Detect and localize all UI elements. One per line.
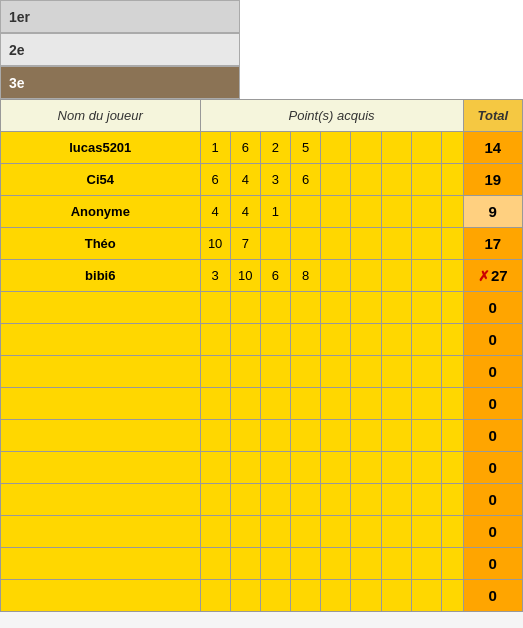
empty-name: [1, 548, 201, 580]
empty-name: [1, 356, 201, 388]
empty-point: [291, 420, 321, 452]
empty-point: [321, 516, 351, 548]
th-points: Point(s) acquis: [200, 100, 463, 132]
player-name: Ci54: [1, 164, 201, 196]
empty-point: [291, 580, 321, 612]
empty-point: [442, 324, 464, 356]
player-row: Théo10717: [1, 228, 523, 260]
player-point: [321, 164, 351, 196]
empty-point: [321, 292, 351, 324]
empty-total: 0: [463, 356, 522, 388]
empty-row: 0: [1, 420, 523, 452]
player-total: 9: [463, 196, 522, 228]
empty-point: [411, 324, 441, 356]
empty-point: [321, 548, 351, 580]
player-point: [321, 260, 351, 292]
empty-point: [260, 548, 290, 580]
empty-total: 0: [463, 516, 522, 548]
rank-1-row: 1er: [0, 0, 240, 33]
empty-point: [442, 292, 464, 324]
player-point: [291, 228, 321, 260]
rank-1-label: 1er: [9, 9, 30, 25]
empty-point: [351, 420, 381, 452]
empty-point: [230, 580, 260, 612]
empty-point: [291, 548, 321, 580]
empty-name: [1, 420, 201, 452]
player-point: 6: [291, 164, 321, 196]
player-point: [381, 228, 411, 260]
empty-total: 0: [463, 324, 522, 356]
player-point: 7: [230, 228, 260, 260]
empty-point: [411, 388, 441, 420]
empty-point: [200, 420, 230, 452]
empty-point: [200, 580, 230, 612]
empty-point: [351, 292, 381, 324]
empty-name: [1, 388, 201, 420]
player-point: [351, 132, 381, 164]
empty-point: [351, 580, 381, 612]
player-point: 2: [260, 132, 290, 164]
empty-point: [230, 324, 260, 356]
player-point: [260, 228, 290, 260]
player-name: Théo: [1, 228, 201, 260]
player-point: [351, 228, 381, 260]
player-row: Anonyme4419: [1, 196, 523, 228]
empty-point: [321, 580, 351, 612]
empty-total: 0: [463, 292, 522, 324]
empty-point: [381, 356, 411, 388]
player-point: [381, 132, 411, 164]
empty-point: [442, 452, 464, 484]
empty-point: [200, 388, 230, 420]
empty-row: 0: [1, 324, 523, 356]
player-point: [442, 132, 464, 164]
empty-row: 0: [1, 356, 523, 388]
player-name: lucas5201: [1, 132, 201, 164]
player-point: [442, 196, 464, 228]
empty-point: [291, 484, 321, 516]
player-row: Ci54643619: [1, 164, 523, 196]
player-total: 17: [463, 228, 522, 260]
empty-name: [1, 452, 201, 484]
empty-point: [351, 356, 381, 388]
rank-2-row: 2e: [0, 33, 240, 66]
player-point: 10: [230, 260, 260, 292]
empty-name: [1, 324, 201, 356]
empty-point: [411, 292, 441, 324]
empty-point: [411, 484, 441, 516]
empty-point: [381, 548, 411, 580]
rank-2-label: 2e: [9, 42, 25, 58]
empty-row: 0: [1, 516, 523, 548]
empty-name: [1, 516, 201, 548]
empty-total: 0: [463, 452, 522, 484]
player-point: [321, 196, 351, 228]
empty-row: 0: [1, 548, 523, 580]
empty-row: 0: [1, 484, 523, 516]
scores-table: Nom du joueur Point(s) acquis Total luca…: [0, 99, 523, 612]
empty-total: 0: [463, 420, 522, 452]
player-point: 3: [200, 260, 230, 292]
player-total: 14: [463, 132, 522, 164]
empty-point: [230, 292, 260, 324]
empty-point: [351, 516, 381, 548]
empty-point: [411, 452, 441, 484]
empty-point: [260, 452, 290, 484]
player-point: [321, 132, 351, 164]
player-point: [442, 260, 464, 292]
empty-row: 0: [1, 388, 523, 420]
empty-total: 0: [463, 548, 522, 580]
empty-point: [230, 452, 260, 484]
empty-point: [442, 580, 464, 612]
th-player-name: Nom du joueur: [1, 100, 201, 132]
player-point: [411, 132, 441, 164]
empty-point: [230, 484, 260, 516]
player-point: [411, 260, 441, 292]
player-point: 4: [230, 196, 260, 228]
empty-row: 0: [1, 452, 523, 484]
empty-point: [230, 516, 260, 548]
player-point: [351, 164, 381, 196]
empty-point: [200, 516, 230, 548]
empty-point: [260, 292, 290, 324]
empty-point: [321, 420, 351, 452]
empty-point: [442, 388, 464, 420]
rank-3-row: 3e: [0, 66, 240, 99]
